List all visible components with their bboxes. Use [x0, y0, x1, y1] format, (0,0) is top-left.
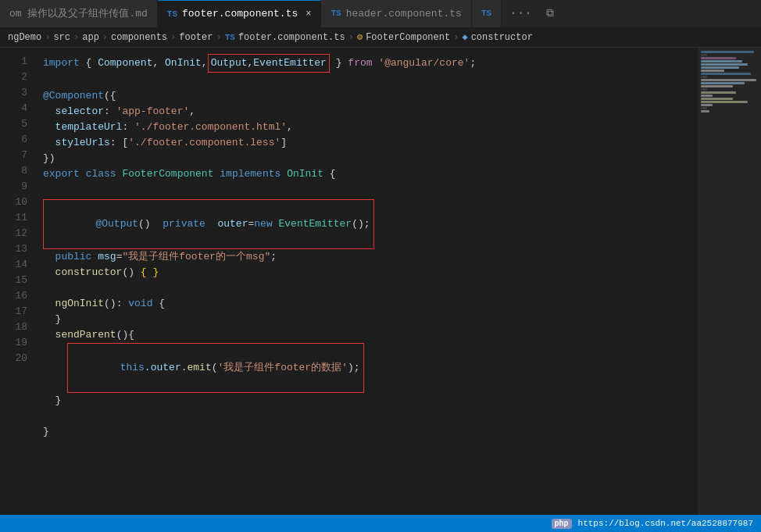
code-line-18: }	[43, 393, 698, 409]
breadcrumb-constructor: constructor	[471, 32, 533, 43]
breadcrumb-class-icon: ⚙	[357, 31, 363, 43]
split-editor-icon[interactable]: ⧉	[540, 7, 560, 20]
code-line-13	[43, 280, 698, 296]
code-line-5: templateUrl: './footer.component.html',	[43, 120, 698, 135]
tab-bar: om 操作以及父子组件传值.md TS footer.component.ts …	[0, 0, 761, 27]
ts-icon-extra: TS	[481, 9, 491, 18]
tab-header-label: header.component.ts	[346, 8, 462, 20]
breadcrumb-app: app	[82, 32, 99, 43]
code-line-7: })	[43, 151, 698, 166]
tab-md-label: om 操作以及父子组件传值.md	[9, 6, 148, 20]
breadcrumb-footer: footer	[179, 32, 213, 43]
code-line-8: export class FooterComponent implements …	[43, 166, 698, 182]
line-numbers: 1 2 3 4 5 6 7 8 9 10 11 12 13 14 15 16 1…	[0, 48, 35, 515]
tab-extra[interactable]: TS	[472, 0, 502, 27]
status-bar: php https://blog.csdn.net/aa2528877987	[0, 515, 761, 532]
code-line-1: import { Component, OnInit,Output,EventE…	[43, 54, 698, 73]
close-tab-footer-icon[interactable]: ×	[305, 9, 311, 20]
code-line-12: constructor() { }	[43, 265, 698, 280]
minimap	[698, 48, 761, 515]
breadcrumb-src: src	[53, 32, 70, 43]
breadcrumb-file: footer.component.ts	[238, 32, 345, 43]
code-line-17: this.outer.emit('我是子组件footer的数据');	[43, 343, 698, 393]
ts-icon-header: TS	[330, 9, 341, 18]
breadcrumb: ngDemo › src › app › components › footer…	[0, 27, 761, 48]
code-line-14: ngOnInit(): void {	[43, 296, 698, 312]
code-line-11: public msg="我是子组件footer的一个msg";	[43, 249, 698, 265]
breadcrumb-ngdemo: ngDemo	[8, 32, 41, 43]
tab-header[interactable]: TS header.component.ts	[321, 0, 471, 27]
breadcrumb-components: components	[111, 32, 167, 43]
code-line-20: }	[43, 424, 698, 440]
code-line-15: }	[43, 312, 698, 327]
code-editor: 1 2 3 4 5 6 7 8 9 10 11 12 13 14 15 16 1…	[0, 48, 761, 515]
code-line-6: styleUrls: ['./footer.component.less']	[43, 135, 698, 151]
code-line-16: sendParent(){	[43, 327, 698, 343]
tab-footer-label: footer.component.ts	[182, 8, 298, 20]
php-badge: php	[552, 519, 572, 529]
breadcrumb-component-icon: ◈	[462, 31, 467, 43]
breadcrumb-class: FooterComponent	[366, 32, 450, 43]
code-line-10: @Output() private outer=new EventEmitter…	[43, 199, 698, 249]
code-line-3: @Component({	[43, 88, 698, 104]
breadcrumb-ts-icon: TS	[225, 33, 235, 42]
status-bar-url[interactable]: https://blog.csdn.net/aa2528877987	[578, 519, 753, 528]
tab-overflow-button[interactable]: ···	[502, 6, 540, 20]
code-line-9	[43, 182, 698, 198]
code-line-2	[43, 73, 698, 88]
ts-icon-footer: TS	[167, 9, 177, 19]
code-content[interactable]: import { Component, OnInit,Output,EventE…	[35, 48, 698, 515]
tab-md[interactable]: om 操作以及父子组件传值.md	[0, 0, 158, 27]
tab-footer[interactable]: TS footer.component.ts ×	[158, 0, 322, 27]
code-line-19	[43, 409, 698, 424]
code-line-4: selector: 'app-footer',	[43, 104, 698, 120]
